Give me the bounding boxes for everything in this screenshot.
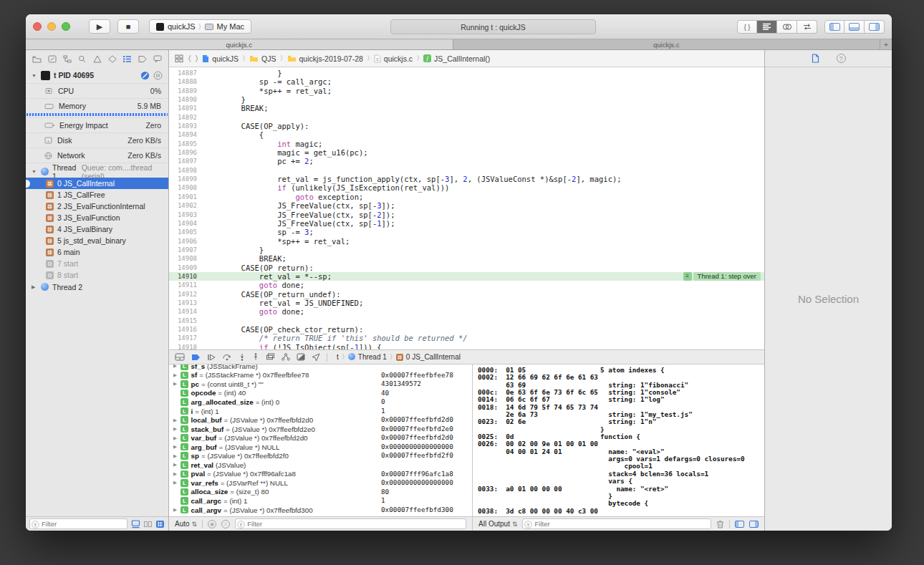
code-line[interactable]: 14893 CASE(OP_apply): <box>169 122 764 130</box>
console-left-pane-icon[interactable] <box>735 521 744 528</box>
gauge-row-memory[interactable]: Memory5.9 MB <box>26 98 168 113</box>
stack-frame-1[interactable]: 1 JS_CallFree <box>26 189 168 201</box>
disclosure-triangle-icon[interactable]: ▼ <box>32 73 37 78</box>
breadcrumb-item-quickjs[interactable]: quickJS <box>202 54 239 63</box>
breadcrumb-item-quickjs-c[interactable]: cquickjs.c <box>374 54 413 63</box>
symbol-navigator-icon[interactable] <box>62 54 72 64</box>
disclosure-triangle-icon[interactable]: ▼ <box>32 169 37 174</box>
variable-row-arg_allocated_size[interactable]: Larg_allocated_size= (int) 00 <box>169 397 472 407</box>
console-output[interactable]: 0000: 01 055 atom indexes {0002: 12 66 6… <box>473 364 764 516</box>
code-line[interactable]: 14917 /* return TRUE if 'this' should be… <box>169 334 764 342</box>
code-line[interactable]: 14918 if (!JS_IsObject(sp[-1])) { <box>169 343 764 349</box>
eye-icon[interactable]: ◉ <box>208 520 216 528</box>
source-editor[interactable]: 14887 }14888 sp -= call_argc;14889 *sp++… <box>169 67 764 349</box>
variable-row-var_buf[interactable]: ▶Lvar_buf= (JSValue *) 0x7ffeefbfd2d00x0… <box>169 433 472 443</box>
profile-in-instruments-icon[interactable] <box>140 71 150 80</box>
disclosure-triangle-icon[interactable]: ▶ <box>173 381 181 387</box>
disclosure-triangle-icon[interactable]: ▶ <box>32 284 37 290</box>
gauge-row-cpu[interactable]: CPU0% <box>26 83 168 98</box>
go-forward-icon[interactable]: 〉 <box>196 54 198 63</box>
variable-row-opcode[interactable]: Lopcode= (int) 4040 <box>169 389 472 398</box>
console-filter-input[interactable] <box>522 518 711 529</box>
variable-row-arg_buf[interactable]: ▶Larg_buf= (JSValue *) NULL0x00000000000… <box>169 443 472 452</box>
pause-process-icon[interactable] <box>153 71 163 80</box>
find-navigator-icon[interactable] <box>77 54 87 64</box>
stop-button[interactable]: ■ <box>117 19 139 34</box>
scheme-selector[interactable]: quickJS 〉 My Mac <box>149 19 251 34</box>
console-right-pane-icon[interactable] <box>749 521 759 528</box>
process-row[interactable]: ▼ t PID 40695 <box>26 67 168 83</box>
code-line[interactable]: 14895 int magic; <box>169 140 764 148</box>
variable-row-var_refs[interactable]: ▶Lvar_refs= (JSVarRef **) NULL0x00000000… <box>169 478 472 488</box>
variable-row-sf_s[interactable]: ▶Lsf_s(JSStackFrame) <box>169 364 472 371</box>
code-line[interactable]: 14901 goto exception; <box>169 193 764 201</box>
stack-frame-5[interactable]: 5 js_std_eval_binary <box>26 235 168 246</box>
code-line[interactable]: 14891 BREAK; <box>169 104 764 112</box>
view-hierarchy-icon[interactable] <box>266 353 275 361</box>
debug-navigator-icon[interactable] <box>122 54 132 64</box>
disclosure-triangle-icon[interactable]: ▶ <box>173 507 181 513</box>
code-line[interactable]: 14914 goto done; <box>169 307 764 316</box>
disclosure-triangle-icon[interactable]: ▶ <box>173 462 181 468</box>
trash-icon[interactable] <box>716 520 724 528</box>
variable-row-ret_val[interactable]: ▶Lret_val(JSValue) <box>169 460 472 470</box>
code-line[interactable]: 14894 { <box>169 130 764 139</box>
code-line[interactable]: 14887 } <box>169 69 764 77</box>
navigator-panel-icon[interactable] <box>824 20 844 34</box>
close-window-button[interactable] <box>33 22 42 31</box>
editor-list-icon[interactable] <box>757 20 777 34</box>
code-line[interactable]: 14902 JS_FreeValue(ctx, sp[-3]); <box>169 201 764 210</box>
code-line[interactable]: 14890 } <box>169 95 764 104</box>
disclosure-triangle-icon[interactable]: ▶ <box>173 480 181 486</box>
variables-scope-popup[interactable]: Auto ⇅ <box>175 520 197 528</box>
variable-row-stack_buf[interactable]: ▶Lstack_buf= (JSValue *) 0x7ffeefbfd2e00… <box>169 425 472 434</box>
step-out-icon[interactable] <box>252 353 259 361</box>
info-icon[interactable]: i <box>221 520 230 528</box>
breadcrumb-item-quickjs-2019-07-28[interactable]: quickjs-2019-07-28 <box>287 54 363 63</box>
issue-navigator-icon[interactable] <box>92 54 102 64</box>
code-line[interactable]: 14889 *sp++ = ret_val; <box>169 87 764 95</box>
variable-row-sf[interactable]: ▶Lsf= (JSStackFrame *) 0x7ffeefbfee780x0… <box>169 371 472 380</box>
inspector-panel-icon[interactable] <box>865 20 885 34</box>
code-line[interactable]: 14906 *sp++ = ret_val; <box>169 237 764 246</box>
project-navigator-icon[interactable] <box>32 54 42 64</box>
breakpoints-toggle-icon[interactable] <box>191 354 201 361</box>
variable-row-alloca_size[interactable]: Lalloca_size= (size_t) 8080 <box>169 488 472 497</box>
stack-frame-7[interactable]: 7 start <box>26 258 168 269</box>
breadcrumb-item-qjs[interactable]: QJS <box>249 54 276 63</box>
disclosure-triangle-icon[interactable]: ▶ <box>173 435 181 441</box>
code-line[interactable]: 14888 sp -= call_argc; <box>169 77 764 86</box>
step-over-icon[interactable] <box>222 353 232 361</box>
variable-row-call_argc[interactable]: Lcall_argc= (int) 11 <box>169 496 472 506</box>
current-execution-line[interactable]: 14910 ret_val = *--sp;≡Thread 1: step ov… <box>169 272 764 281</box>
disclosure-triangle-icon[interactable]: ▶ <box>173 372 181 378</box>
zoom-window-button[interactable] <box>62 22 70 31</box>
console-output-popup[interactable]: All Output ⇅ <box>478 520 517 528</box>
version-circles-icon[interactable] <box>777 20 797 34</box>
gauge-row-energy-impact[interactable]: Energy ImpactZero <box>26 117 168 132</box>
memory-graph-icon[interactable] <box>281 353 290 361</box>
code-line[interactable]: 14912 CASE(OP_return_undef): <box>169 290 764 299</box>
code-line[interactable]: 14915 <box>169 317 764 325</box>
stack-frame-6[interactable]: 6 main <box>26 246 168 258</box>
debug-breadcrumb-0[interactable]: t <box>334 353 339 361</box>
test-navigator-icon[interactable] <box>107 54 117 64</box>
code-line[interactable]: 14898 <box>169 166 764 175</box>
simulate-location-icon[interactable] <box>312 353 320 361</box>
variable-row-call_argv[interactable]: ▶Lcall_argv= (JSValue *) 0x7ffeefbfd3000… <box>169 506 472 515</box>
variables-view[interactable]: ▶Lsf_s(JSStackFrame)▶Lsf= (JSStackFrame … <box>169 364 473 516</box>
disclosure-triangle-icon[interactable]: ▶ <box>173 471 181 477</box>
code-line[interactable]: 14904 JS_FreeValue(ctx, sp[-1]); <box>169 219 764 228</box>
code-line[interactable]: 14899 ret_val = js_function_apply(ctx, s… <box>169 175 764 183</box>
tab-quickjs.c-1[interactable]: quickjs.c <box>453 39 881 49</box>
variables-filter-input[interactable] <box>235 518 466 529</box>
stack-frame-2[interactable]: 2 JS_EvalFunctionInternal <box>26 201 168 212</box>
code-line[interactable]: 14908 BREAK; <box>169 254 764 263</box>
debug-breadcrumb-2[interactable]: 0 JS_CallInternal <box>396 353 461 361</box>
braces-icon[interactable]: { } <box>737 20 757 34</box>
code-line[interactable]: 14911 goto done; <box>169 281 764 289</box>
variable-row-pval[interactable]: ▶Lpval= (JSValue *) 0x7fff96afc1a80x0000… <box>169 470 472 479</box>
environment-overrides-icon[interactable] <box>297 353 305 361</box>
code-line[interactable]: 14900 if (unlikely(JS_IsException(ret_va… <box>169 183 764 192</box>
disclosure-triangle-icon[interactable]: ▶ <box>173 453 181 459</box>
